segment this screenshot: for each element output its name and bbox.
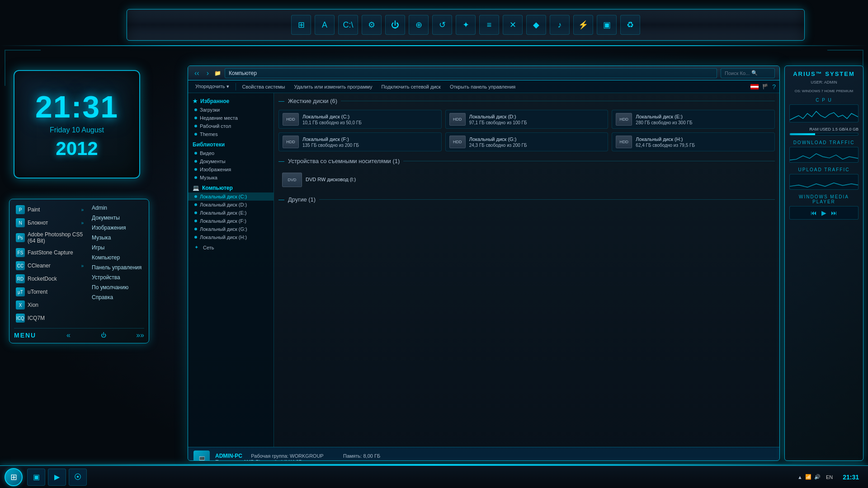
menu-link-devices[interactable]: Устройства xyxy=(90,273,144,282)
sidebar-item-drive-f[interactable]: Локальный диск (F:) xyxy=(188,217,274,225)
toolbar-icon-star[interactable]: ✦ xyxy=(456,15,476,35)
menu-link-images[interactable]: Изображения xyxy=(90,224,144,232)
sidebar-item-documents[interactable]: Документы xyxy=(188,157,274,165)
drive-c-free: 10,1 ГБ свободно из 50,0 ГБ xyxy=(302,120,438,125)
removable-collapse-icon[interactable]: — xyxy=(278,158,284,164)
app-icq7m[interactable]: ICQ ICQ7M xyxy=(14,312,85,324)
toolbar-icon-refresh[interactable]: ↺ xyxy=(432,15,452,35)
sidebar-item-drive-e[interactable]: Локальный диск (E:) xyxy=(188,209,274,217)
drive-e-free: 280 ГБ свободно из 300 ГБ xyxy=(636,120,771,125)
sidebar-item-themes[interactable]: Themes xyxy=(188,130,274,138)
menu-link-computer[interactable]: Компьютер xyxy=(90,253,144,262)
menu-link-controlpanel[interactable]: Панель управления xyxy=(90,263,144,272)
fm-network-drive-btn[interactable]: Подключить сетевой диск xyxy=(377,83,444,90)
drive-g-name: Локальный диск (G:) xyxy=(469,136,604,142)
sidebar-item-music[interactable]: Музыка xyxy=(188,174,274,182)
clock-day: Friday 10 August xyxy=(50,126,104,134)
toolbar-icon-music[interactable]: ♪ xyxy=(550,15,570,35)
fm-search-box[interactable]: Поиск Ко... 🔍 xyxy=(721,68,775,78)
other-collapse-icon[interactable]: — xyxy=(278,196,284,203)
app-faststone[interactable]: FS FastStone Capture xyxy=(14,247,85,258)
menu-link-music[interactable]: Музыка xyxy=(90,234,144,242)
toolbar-icon-recycle[interactable]: ♻ xyxy=(620,15,640,35)
app-xion[interactable]: X Xion xyxy=(14,299,85,311)
toolbar-icon-rss[interactable]: ⊕ xyxy=(409,15,429,35)
fm-help-icon[interactable]: ? xyxy=(772,83,776,90)
media-play-btn[interactable]: ▶ xyxy=(821,209,826,216)
start-button[interactable]: ⊞ xyxy=(5,468,23,486)
power-icon[interactable]: ⏻ xyxy=(101,332,106,338)
dvd-drive-item[interactable]: DVD DVD RW дисковод (I:) xyxy=(278,170,775,190)
sidebar-item-images[interactable]: Изображения xyxy=(188,165,274,174)
drive-g-item[interactable]: HDD Локальный диск (G:) 24,3 ГБ свободно… xyxy=(445,132,609,151)
section-line-2 xyxy=(403,161,775,161)
drive-h-name: Локальный диск (H:) xyxy=(636,136,771,142)
taskbar-media-item[interactable]: ▶ xyxy=(48,469,66,486)
drive-f-item[interactable]: HDD Локальный диск (F:) 135 ГБ свободно … xyxy=(278,132,442,151)
menu-forward-btn[interactable]: »» xyxy=(136,331,144,339)
sidebar-item-drive-g[interactable]: Локальный диск (G:) xyxy=(188,225,274,233)
menu-link-documents[interactable]: Документы xyxy=(90,214,144,222)
toolbar-icon-list[interactable]: ≡ xyxy=(479,15,499,35)
status-workgroup: Рабочая группа: WORKGROUP xyxy=(251,453,323,459)
toolbar-icon-close[interactable]: ✕ xyxy=(503,15,523,35)
sidebar-drive-f-label: Локальный диск (F:) xyxy=(200,218,246,224)
drive-f-name: Локальный диск (F:) xyxy=(302,136,438,142)
drive-d-item[interactable]: HDD Локальный диск (D:) 97,1 ГБ свободно… xyxy=(445,110,609,129)
sidebar-item-drive-h[interactable]: Локальный диск (H:) xyxy=(188,233,274,241)
dot-icon xyxy=(194,108,197,111)
sidebar-item-network[interactable]: ✦ Сеть xyxy=(188,243,274,252)
toolbar-icon-diamond[interactable]: ◆ xyxy=(526,15,546,35)
sidebar-item-downloads[interactable]: Загрузки xyxy=(188,106,274,114)
menu-apps-list: P Paint » N Блокнот » Ps Adobe Photoshop… xyxy=(14,204,85,324)
app-rocketdock[interactable]: RD RocketDock xyxy=(14,273,85,285)
media-next-btn[interactable]: ⏭ xyxy=(831,209,837,216)
dvd-icon: DVD xyxy=(282,173,302,187)
toolbar-icon-acrobat[interactable]: A xyxy=(315,15,335,35)
sidebar-item-desktop[interactable]: Рабочий стол xyxy=(188,122,274,130)
fm-organize-btn[interactable]: Упорядочить ▾ xyxy=(192,83,233,90)
toolbar-icon-settings[interactable]: ⚙ xyxy=(362,15,382,35)
toolbar-icon-square[interactable]: ▣ xyxy=(597,15,617,35)
drive-h-item[interactable]: HDD Локальный диск (H:) 62,4 ГБ свободно… xyxy=(612,132,775,151)
taskbar-browser-item[interactable]: ⦿ xyxy=(69,469,87,486)
menu-link-games[interactable]: Игры xyxy=(90,244,144,252)
fm-back-button[interactable]: ‹‹ xyxy=(193,69,201,77)
fm-address-bar[interactable]: Компьютер xyxy=(225,68,717,78)
menu-links-list: Admin Документы Изображения Музыка Игры … xyxy=(90,204,144,324)
drive-c-item[interactable]: HDD Локальный диск (C:) 10,1 ГБ свободно… xyxy=(278,110,442,129)
hdd-collapse-icon[interactable]: — xyxy=(278,98,284,104)
left-menu-panel: P Paint » N Блокнот » Ps Adobe Photoshop… xyxy=(9,199,149,343)
sidebar-drive-d-label: Локальный диск (D:) xyxy=(200,202,247,207)
sidebar-drive-e-label: Локальный диск (E:) xyxy=(200,210,247,216)
tray-show-icon[interactable]: ▲ xyxy=(797,474,802,480)
sidebar-item-video[interactable]: Видео xyxy=(188,149,274,157)
menu-link-default[interactable]: По умолчанию xyxy=(90,283,144,291)
fm-control-panel-btn[interactable]: Открыть панель управления xyxy=(446,83,519,90)
toolbar-icon-power[interactable]: ⏻ xyxy=(385,15,405,35)
menu-link-admin[interactable]: Admin xyxy=(90,204,144,212)
app-ccleaner[interactable]: CC CCleaner » xyxy=(14,260,85,272)
sys-ram-label: RAM USED 1.5 GB/4.0 GB xyxy=(789,127,859,131)
toolbar-icon-cmd[interactable]: C:\ xyxy=(338,15,358,35)
media-prev-btn[interactable]: ⏮ xyxy=(811,209,817,216)
taskbar-explorer-item[interactable]: ▣ xyxy=(27,469,45,486)
fm-forward-button[interactable]: › xyxy=(205,69,211,77)
fm-system-props-btn[interactable]: Свойства системы xyxy=(239,83,289,90)
section-line xyxy=(341,101,775,101)
sidebar-item-drive-d[interactable]: Локальный диск (D:) xyxy=(188,201,274,209)
drive-e-item[interactable]: HDD Локальный диск (E:) 280 ГБ свободно … xyxy=(612,110,775,129)
language-badge[interactable]: EN xyxy=(826,474,833,480)
menu-link-help[interactable]: Справка xyxy=(90,293,144,301)
sidebar-item-drive-c[interactable]: Локальный диск (C:) xyxy=(188,192,274,201)
sidebar-item-recent[interactable]: Недавние места xyxy=(188,114,274,122)
app-photoshop[interactable]: Ps Adobe Photoshop CS5 (64 Bit) xyxy=(14,230,85,245)
app-utorrent[interactable]: µT uTorrent xyxy=(14,286,85,298)
toolbar-icon-lightning[interactable]: ⚡ xyxy=(573,15,593,35)
drive-g-icon: HDD xyxy=(449,136,466,148)
app-paint[interactable]: P Paint » xyxy=(14,204,85,216)
menu-back-btn[interactable]: « xyxy=(66,331,71,339)
fm-uninstall-btn[interactable]: Удалить или изменить программу xyxy=(291,83,376,90)
toolbar-icon-windows[interactable]: ⊞ xyxy=(291,15,311,35)
app-notepad[interactable]: N Блокнот » xyxy=(14,217,85,229)
